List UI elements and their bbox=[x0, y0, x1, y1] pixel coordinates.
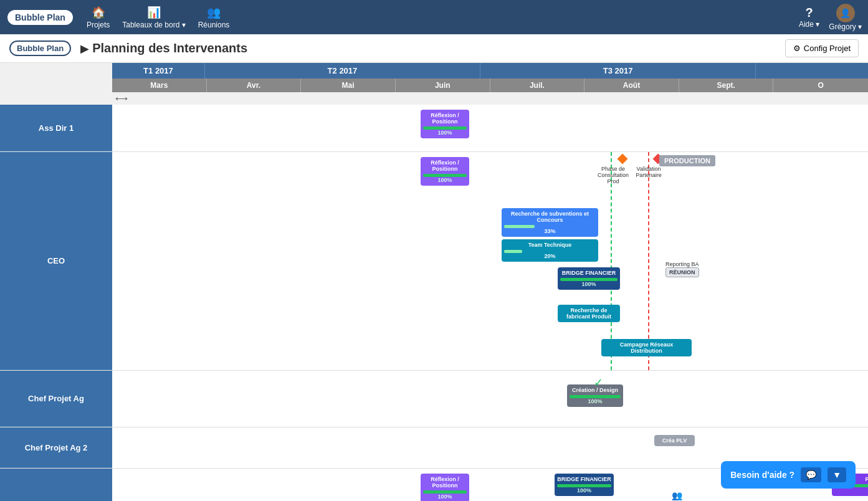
progress-label: 20% bbox=[504, 253, 596, 259]
milestone-diamond-orange bbox=[617, 154, 627, 165]
progress-label: 100% bbox=[423, 494, 467, 500]
dashed-line-green bbox=[611, 152, 612, 370]
task-campagne-reseaux[interactable]: Campagne Réseaux Distribution bbox=[601, 339, 692, 356]
month-juin: Juin bbox=[396, 79, 490, 92]
task-label: Team Technique bbox=[504, 242, 596, 248]
progress-label: 100% bbox=[423, 130, 467, 136]
config-btn-label: Config Projet bbox=[804, 44, 851, 53]
quarter-t3: T3 2017 bbox=[480, 63, 756, 79]
aide-label: Aide ▾ bbox=[799, 20, 819, 29]
row-assdir1: Ass Dir 1 Réflexion / Positionn 100% bbox=[0, 105, 868, 152]
task-recherche-subventions[interactable]: Recherche de subventions et Concours 33% bbox=[502, 208, 598, 237]
dashed-line-red bbox=[648, 152, 649, 370]
timeline-container: T1 2017 T2 2017 T3 2017 Mars Avr. Mai Ju… bbox=[0, 63, 868, 501]
milestone-label-red: Validation Partenaire bbox=[627, 166, 670, 178]
label-bottom bbox=[0, 469, 112, 501]
task-label: Recherche de fabricant Produit bbox=[560, 307, 618, 320]
brand-logo[interactable]: Bubble Plan bbox=[6, 9, 74, 26]
task-label: Réflexion / Positionn bbox=[423, 160, 467, 172]
help-chat-button[interactable]: 💬 bbox=[801, 467, 821, 482]
production-label: PRODUCTION bbox=[659, 155, 715, 166]
month-aout: Août bbox=[584, 79, 679, 92]
user-label: Grégory ▾ bbox=[829, 22, 862, 31]
task-bridge-financier-bottom[interactable]: BRIDGE FINANCIER 100% bbox=[555, 474, 614, 496]
label-chef-projet-ag: Chef Projet Ag bbox=[0, 371, 112, 427]
gear-icon: ⚙ bbox=[793, 44, 801, 53]
nav-projets[interactable]: 🏠 Projets bbox=[87, 6, 110, 29]
nav-aide[interactable]: ? Aide ▾ bbox=[799, 6, 819, 29]
reunion-badge: RÉUNION bbox=[665, 267, 699, 277]
check-icon: ✓ bbox=[594, 376, 603, 389]
reporting-ba-label: Reporting BA bbox=[665, 261, 699, 267]
scroll-row: ⟷ bbox=[112, 92, 868, 105]
quarter-t1: T1 2017 bbox=[112, 63, 205, 79]
task-label: Réflexion / Positionn bbox=[423, 476, 467, 489]
aide-icon: ? bbox=[806, 6, 813, 20]
reunions-icon: 👥 bbox=[207, 6, 221, 19]
task-crea-plv[interactable]: Créa PLV bbox=[654, 435, 695, 446]
task-reflexion-bottom[interactable]: Réflexion / Positionn 100% bbox=[421, 474, 469, 501]
tableaux-icon: 📊 bbox=[147, 6, 161, 19]
task-label: Créa PLV bbox=[657, 437, 692, 444]
content-chef-projet-ag: ✓ Création / Design 100% bbox=[112, 371, 868, 427]
page-header: Bubble Plan ▶ Planning des Intervenants … bbox=[0, 34, 868, 63]
scroll-arrows: ⟷ bbox=[115, 93, 128, 103]
help-label: Besoin d'aide ? bbox=[730, 470, 794, 480]
nav-right: ? Aide ▾ 👤 Grégory ▾ bbox=[799, 4, 862, 31]
nav-reunions-label: Réunions bbox=[198, 21, 230, 29]
progress-label: 100% bbox=[557, 487, 611, 494]
month-juil: Juil. bbox=[490, 79, 585, 92]
projets-icon: 🏠 bbox=[92, 6, 105, 19]
month-sept: Sept. bbox=[679, 79, 774, 92]
avatar: 👤 bbox=[836, 4, 855, 22]
month-oct: O bbox=[773, 79, 868, 92]
month-mars: Mars bbox=[112, 79, 207, 92]
label-assdir1: Ass Dir 1 bbox=[0, 105, 112, 151]
reunion-reporting-bottom: 👥 Reporting BA RÉUNION bbox=[661, 490, 694, 501]
progress-label: 33% bbox=[504, 228, 596, 234]
label-chef-projet-ag2: Chef Projet Ag 2 bbox=[0, 427, 112, 468]
quarter-t4 bbox=[756, 63, 868, 79]
top-navigation: Bubble Plan 🏠 Projets 📊 Tableaux de bord… bbox=[0, 0, 868, 34]
config-projet-button[interactable]: ⚙ Config Projet bbox=[785, 39, 859, 57]
help-expand-button[interactable]: ▼ bbox=[827, 467, 846, 482]
task-reflexion-ceo[interactable]: Réflexion / Positionn 100% bbox=[421, 157, 469, 186]
task-bridge-financier-ceo[interactable]: BRIDGE FINANCIER 100% bbox=[558, 267, 620, 290]
task-label: BRIDGE FINANCIER bbox=[557, 476, 611, 482]
nav-tableaux[interactable]: 📊 Tableaux de bord ▾ bbox=[122, 6, 185, 29]
page-logo: Bubble Plan bbox=[9, 41, 71, 56]
nav-user[interactable]: 👤 Grégory ▾ bbox=[829, 4, 862, 31]
task-label: Réflexion / Positionn bbox=[423, 112, 467, 125]
help-widget: Besoin d'aide ? 💬 ▼ bbox=[721, 461, 856, 489]
quarters-row: T1 2017 T2 2017 T3 2017 bbox=[112, 63, 868, 79]
row-ceo: CEO Réflexion / Positionn 100% Phase de … bbox=[0, 152, 868, 371]
reunion-reporting-ba: Reporting BA RÉUNION bbox=[665, 261, 699, 277]
months-row: Mars Avr. Mai Juin Juil. Août Sept. O bbox=[112, 79, 868, 92]
nav-tableaux-label: Tableaux de bord ▾ bbox=[122, 21, 185, 29]
progress-label: 100% bbox=[560, 281, 618, 287]
quarter-t2: T2 2017 bbox=[205, 63, 480, 79]
progress-label: 100% bbox=[423, 177, 467, 183]
task-label: BRIDGE FINANCIER bbox=[560, 270, 618, 276]
people-icon: 👥 bbox=[661, 490, 694, 500]
task-reflexion-assdir1[interactable]: Réflexion / Positionn 100% bbox=[421, 110, 469, 138]
task-label: Recherche de subventions et Concours bbox=[504, 211, 596, 223]
row-chef-projet-ag: Chef Projet Ag ✓ Création / Design 100% bbox=[0, 371, 868, 427]
nav-projets-label: Projets bbox=[87, 21, 110, 29]
progress-label: 100% bbox=[570, 398, 621, 404]
task-recherche-fabricant[interactable]: Recherche de fabricant Produit bbox=[558, 305, 620, 322]
nav-reunions[interactable]: 👥 Réunions bbox=[198, 6, 230, 29]
content-ceo: Réflexion / Positionn 100% Phase de Cons… bbox=[112, 152, 868, 370]
label-ceo: CEO bbox=[0, 152, 112, 370]
page-title: Planning des Intervenants bbox=[92, 41, 785, 55]
logo-arrow: ▶ bbox=[80, 42, 89, 55]
nav-items: 🏠 Projets 📊 Tableaux de bord ▾ 👥 Réunion… bbox=[87, 6, 799, 29]
content-assdir1: Réflexion / Positionn 100% bbox=[112, 105, 868, 151]
task-label: Campagne Réseaux Distribution bbox=[604, 341, 689, 354]
task-team-technique[interactable]: Team Technique 20% bbox=[502, 239, 598, 262]
month-mai: Mai bbox=[301, 79, 396, 92]
month-avr: Avr. bbox=[207, 79, 302, 92]
